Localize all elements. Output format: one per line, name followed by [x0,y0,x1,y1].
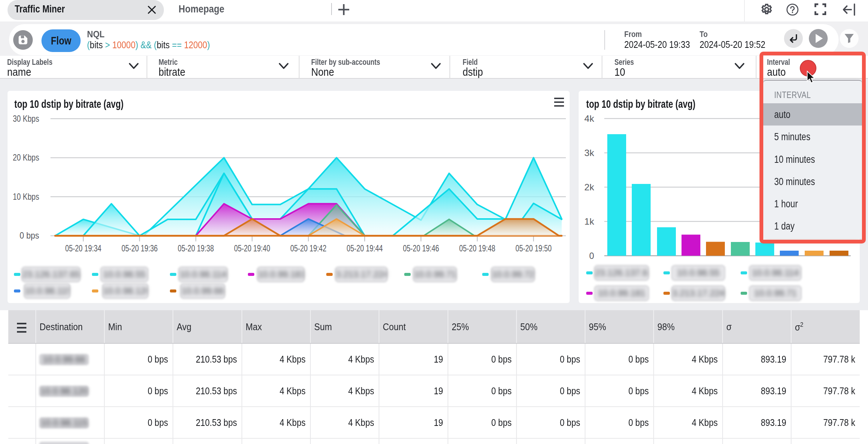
svg-text:05-20 19:38: 05-20 19:38 [178,243,214,253]
svg-text:4k: 4k [584,113,594,124]
svg-text:20 Kbps: 20 Kbps [13,152,39,162]
svg-text:05-20 19:40: 05-20 19:40 [234,243,270,253]
svg-text:0: 0 [589,251,594,261]
svg-text:05-20 19:46: 05-20 19:46 [403,243,439,253]
svg-text:1k: 1k [584,216,594,227]
svg-text:05-20 19:50: 05-20 19:50 [515,243,552,253]
svg-text:3k: 3k [584,148,594,158]
svg-text:10 Kbps: 10 Kbps [13,191,39,202]
svg-text:0 bps: 0 bps [20,230,39,240]
svg-text:2k: 2k [584,182,594,192]
svg-text:05-20 19:48: 05-20 19:48 [459,243,495,253]
svg-text:05-20 19:36: 05-20 19:36 [121,243,157,253]
svg-text:05-20 19:42: 05-20 19:42 [290,243,327,253]
svg-text:05-20 19:34: 05-20 19:34 [65,243,101,253]
svg-text:05-20 19:44: 05-20 19:44 [347,243,383,253]
svg-text:30 Kbps: 30 Kbps [13,113,39,124]
